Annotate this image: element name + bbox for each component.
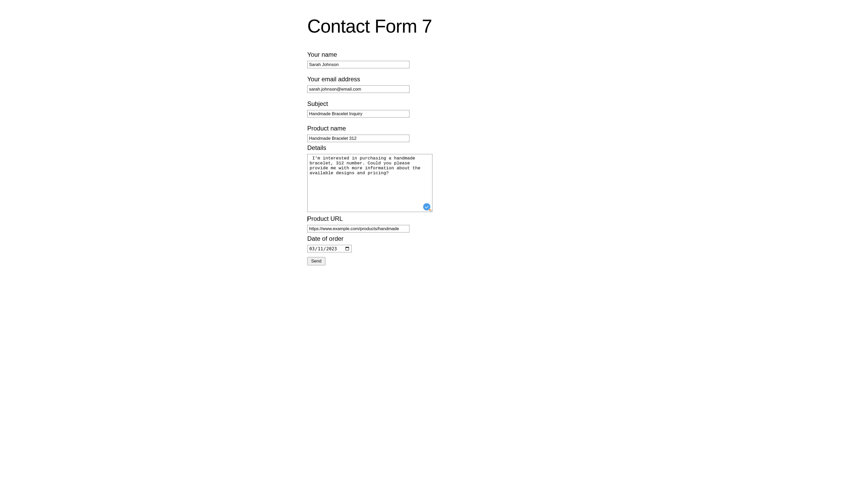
product-url-input[interactable] <box>307 225 409 232</box>
contact-form: Your name Your email address Subject Pro… <box>307 51 561 265</box>
page-title: Contact Form 7 <box>307 16 561 37</box>
subject-label: Subject <box>307 100 561 107</box>
textarea-wrapper: I'm interested in purchasing a handmade … <box>307 154 432 213</box>
product-url-field-group: Product URL <box>307 215 561 232</box>
product-name-label: Product name <box>307 125 561 132</box>
product-url-label: Product URL <box>307 215 561 222</box>
email-label: Your email address <box>307 76 561 83</box>
details-field-group: Details I'm interested in purchasing a h… <box>307 144 561 213</box>
product-name-field-group: Product name <box>307 125 561 142</box>
send-button[interactable]: Send <box>307 257 326 265</box>
form-container: Contact Form 7 Your name Your email addr… <box>297 0 571 276</box>
details-textarea[interactable]: I'm interested in purchasing a handmade … <box>307 154 432 212</box>
grammarly-notification-dot <box>429 209 431 211</box>
details-label: Details <box>307 144 561 151</box>
name-input[interactable] <box>307 61 409 68</box>
subject-input[interactable] <box>307 110 409 117</box>
submit-group: Send <box>307 257 561 265</box>
date-label: Date of order <box>307 235 561 242</box>
product-name-input[interactable] <box>307 135 409 142</box>
subject-field-group: Subject <box>307 100 561 117</box>
email-field-group: Your email address <box>307 76 561 93</box>
date-input[interactable] <box>307 245 352 252</box>
name-label: Your name <box>307 51 561 58</box>
email-input[interactable] <box>307 85 409 93</box>
name-field-group: Your name <box>307 51 561 68</box>
date-field-group: Date of order <box>307 235 561 252</box>
